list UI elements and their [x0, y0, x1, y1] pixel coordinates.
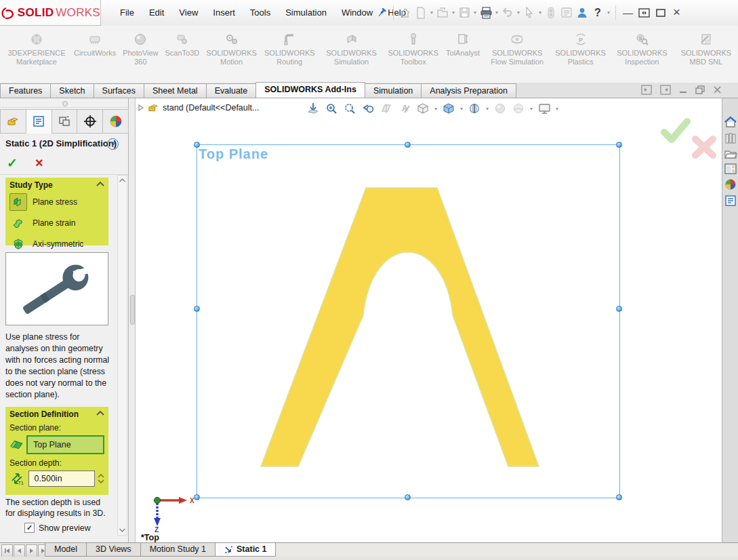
new-document-icon[interactable] — [413, 5, 428, 21]
tab-model[interactable]: Model — [45, 543, 87, 557]
addin-solidworks-toolbox[interactable]: SOLIDWORKS Toolbox — [384, 31, 443, 68]
home-icon[interactable] — [398, 5, 413, 21]
selection-handle-n[interactable] — [405, 142, 411, 148]
scroll-up-icon[interactable] — [118, 176, 127, 185]
collapse-chevron-icon-2[interactable] — [96, 410, 104, 416]
selection-handle-e[interactable] — [616, 306, 622, 312]
selection-handle-ne[interactable] — [616, 142, 622, 148]
close-window-icon[interactable]: × — [669, 5, 684, 21]
tab-feature-manager[interactable] — [0, 109, 26, 134]
save-caret[interactable]: ▾ — [472, 9, 478, 16]
feature-tree-flyout[interactable]: stand (Default<<Default... — [138, 102, 259, 113]
addin-scanto3d[interactable]: ScanTo3D — [162, 31, 203, 59]
confirm-cancel-icon[interactable] — [690, 134, 718, 161]
prev-tab-icon[interactable] — [14, 544, 25, 557]
tab-static-1[interactable]: Static 1 — [215, 543, 276, 557]
axi-symmetric-icon[interactable] — [9, 235, 27, 253]
view-palette-icon[interactable] — [724, 163, 737, 174]
tab-motion-study-1[interactable]: Motion Study 1 — [140, 543, 216, 557]
edit-appearance-icon[interactable] — [492, 100, 508, 117]
section-depth-field[interactable]: 0.500in — [28, 471, 95, 487]
undo-caret[interactable]: ▾ — [516, 9, 521, 16]
option-plane-stress[interactable]: Plane stress — [9, 193, 104, 211]
selection-handle-se[interactable] — [616, 494, 622, 500]
menu-edit[interactable]: Edit — [142, 7, 171, 18]
spinner-up-icon[interactable] — [98, 474, 104, 478]
pm-cancel-button[interactable]: × — [35, 155, 43, 171]
tab-solidworks-add-ins[interactable]: SOLIDWORKS Add-Ins — [255, 82, 365, 98]
options-icon[interactable] — [559, 5, 574, 21]
plane-strain-icon[interactable] — [9, 214, 27, 232]
save-icon[interactable] — [457, 5, 472, 21]
addin-photoview-360[interactable]: PhotoView 360 — [119, 31, 161, 68]
addin-tolanalyst[interactable]: TolAnalyst — [443, 31, 483, 59]
zoom-to-fit-icon[interactable] — [305, 100, 321, 117]
tab-surfaces[interactable]: Surfaces — [94, 83, 144, 98]
restore-panes-icon[interactable] — [636, 5, 652, 21]
next-tab-icon[interactable] — [26, 544, 37, 557]
scroll-down-icon[interactable] — [118, 525, 127, 535]
minimize-document-icon[interactable] — [679, 86, 687, 94]
menu-simulation[interactable]: Simulation — [278, 7, 334, 18]
menu-file[interactable]: File — [112, 7, 142, 18]
selection-handle-s[interactable] — [405, 494, 411, 500]
addin-circuitworks[interactable]: CircuitWorks — [70, 31, 119, 59]
selection-handle-w[interactable] — [194, 306, 200, 312]
previous-view-icon[interactable] — [360, 100, 376, 117]
tab-property-manager[interactable] — [26, 109, 52, 134]
hide-show-items-icon[interactable] — [466, 100, 483, 117]
user-account-icon[interactable] — [575, 5, 590, 21]
panel-viewport-splitter[interactable] — [129, 98, 136, 542]
view-settings-caret[interactable]: ▾ — [554, 106, 560, 112]
collapse-chevron-icon[interactable] — [96, 181, 104, 186]
view-orientation-icon[interactable] — [415, 100, 431, 117]
open-document-caret[interactable]: ▾ — [451, 9, 456, 16]
menu-window[interactable]: Window — [334, 7, 380, 18]
print-icon[interactable] — [478, 5, 493, 21]
addin-solidworks-routing[interactable]: SOLIDWORKS Routing — [260, 31, 319, 68]
menu-tools[interactable]: Tools — [243, 7, 278, 18]
rebuild-icon[interactable] — [544, 5, 558, 21]
plane-selection-outline[interactable] — [197, 144, 620, 498]
addin-solidworks-simulation[interactable]: SOLIDWORKS Simulation — [319, 31, 384, 68]
display-style-icon[interactable] — [440, 100, 457, 117]
tab-features[interactable]: Features — [0, 83, 51, 98]
display-style-caret[interactable]: ▾ — [459, 106, 464, 112]
appearances-scenes-icon[interactable] — [724, 178, 737, 191]
view-orientation-caret[interactable]: ▾ — [433, 106, 438, 112]
first-tab-icon[interactable] — [1, 544, 13, 557]
tab-3d-views[interactable]: 3D Views — [86, 543, 141, 557]
tab-display-manager[interactable] — [102, 109, 129, 134]
hide-show-caret[interactable]: ▾ — [485, 106, 490, 112]
show-preview-checkbox[interactable]: ✓ — [24, 523, 35, 533]
addin-solidworks-mbd-snl[interactable]: PDF SOLIDWORKS MBD SNL — [674, 31, 738, 68]
custom-properties-icon[interactable] — [724, 195, 737, 207]
minimize-window-icon[interactable]: — — [620, 5, 636, 21]
spinner-down-icon[interactable] — [98, 479, 104, 483]
select-cursor-icon[interactable] — [522, 5, 537, 21]
menu-view[interactable]: View — [171, 7, 205, 18]
addin-solidworks-plastics[interactable]: P SOLIDWORKS Plastics — [551, 31, 610, 68]
addin-solidworks-motion[interactable]: SOLIDWORKS Motion — [203, 31, 260, 68]
tab-dimxpert-manager[interactable] — [77, 109, 103, 134]
pm-help-icon[interactable]: ? — [107, 138, 119, 150]
zoom-to-area-icon[interactable] — [323, 100, 340, 117]
pm-ok-button[interactable]: ✓ — [7, 155, 18, 171]
maximize-window-icon[interactable] — [653, 5, 668, 21]
section-plane-field[interactable]: Top Plane — [26, 435, 104, 454]
addin-solidworks-flow-simulation[interactable]: SOLIDWORKS Flow Simulation — [483, 31, 551, 68]
confirm-ok-icon[interactable] — [659, 117, 691, 144]
tab-simulation[interactable]: Simulation — [365, 83, 422, 98]
addin-solidworks-inspection[interactable]: S SOLIDWORKS Inspection — [610, 31, 674, 68]
zoom-in-out-icon[interactable] — [342, 100, 358, 117]
view-settings-icon[interactable] — [536, 100, 552, 117]
design-library-icon[interactable] — [724, 132, 737, 144]
menu-insert[interactable]: Insert — [205, 7, 243, 18]
panel-scrollbar[interactable] — [117, 175, 127, 536]
option-axi-symmetric[interactable]: Axi-symmetric — [9, 235, 104, 253]
solidworks-resources-icon[interactable] — [724, 116, 737, 128]
annotation-views-icon[interactable]: A — [396, 100, 413, 117]
plane-stress-icon[interactable] — [9, 193, 27, 211]
expand-arrow-icon[interactable] — [138, 104, 144, 111]
pin-menu-icon[interactable] — [374, 5, 389, 21]
